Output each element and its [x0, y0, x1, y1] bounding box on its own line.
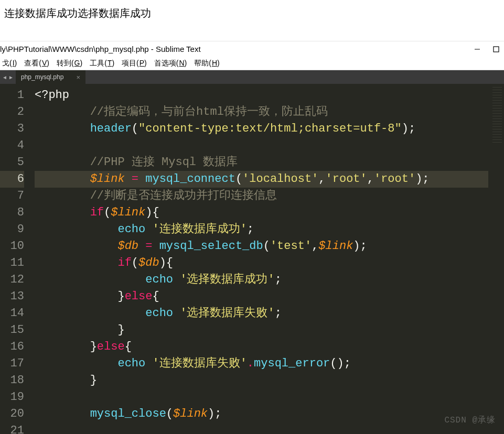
line-number: 15	[0, 322, 24, 339]
code-line: }	[35, 372, 488, 389]
line-number: 17	[0, 355, 24, 372]
code-line: if($db){	[35, 255, 488, 272]
tab-php-mysql[interactable]: php_mysql.php ×	[16, 70, 85, 84]
window-title: ly\PHPTutorial\WWW\csdn\php_mysql.php - …	[0, 45, 201, 53]
code-area[interactable]: <?php //指定编码，与前台html保持一致，防止乱码 header("co…	[31, 84, 488, 434]
line-number: 4	[0, 137, 24, 154]
line-number: 9	[0, 221, 24, 238]
maximize-icon[interactable]	[492, 46, 500, 53]
php-output-text: 连接数据库成功选择数据库成功	[4, 7, 151, 19]
line-number: 21	[0, 422, 24, 434]
menu-item-project[interactable]: 项目(P)	[122, 59, 147, 68]
tab-strip: ◄► php_mysql.php ×	[0, 70, 504, 84]
line-number: 7	[0, 188, 24, 204]
code-line: echo '选择数据库失败';	[35, 305, 488, 322]
code-line: echo '选择数据库成功';	[35, 272, 488, 288]
window-controls	[474, 46, 500, 53]
window-titlebar: ly\PHPTutorial\WWW\csdn\php_mysql.php - …	[0, 41, 504, 57]
menu-item-0[interactable]: 戈(I)	[2, 59, 17, 68]
tab-nav-arrows[interactable]: ◄►	[0, 70, 16, 84]
code-editor[interactable]: 123456789101112131415161718192021 <?php …	[0, 84, 504, 434]
code-line: //判断是否连接成功并打印连接信息	[35, 188, 488, 204]
browser-output: 连接数据库成功选择数据库成功	[0, 0, 504, 41]
line-number: 14	[0, 305, 24, 322]
menu-item-tools[interactable]: 工具(T)	[90, 59, 114, 68]
line-number: 19	[0, 389, 24, 406]
line-number: 3	[0, 121, 24, 137]
line-number: 6	[0, 171, 24, 188]
line-number: 10	[0, 238, 24, 255]
menu-bar: 戈(I) 查看(V) 转到(G) 工具(T) 项目(P) 首选项(N) 帮助(H…	[0, 57, 504, 70]
code-line: if($link){	[35, 204, 488, 221]
line-number: 13	[0, 288, 24, 305]
code-line-active: $link = mysql_connect('localhost','root'…	[35, 171, 488, 188]
code-line: <?php	[35, 87, 488, 104]
menu-item-help[interactable]: 帮助(H)	[194, 59, 219, 68]
tab-label: php_mysql.php	[21, 73, 63, 81]
line-number: 1	[0, 87, 24, 104]
close-icon[interactable]: ×	[76, 73, 80, 81]
code-line: //PHP 连接 Mysql 数据库	[35, 154, 488, 171]
line-number-gutter: 123456789101112131415161718192021	[0, 84, 31, 434]
line-number: 5	[0, 154, 24, 171]
minimize-icon[interactable]	[474, 46, 481, 53]
code-line: echo '连接数据库失败'.mysql_error();	[35, 355, 488, 372]
code-line: //指定编码，与前台html保持一致，防止乱码	[35, 104, 488, 121]
code-line: }else{	[35, 288, 488, 305]
svg-rect-1	[494, 47, 499, 52]
code-line: mysql_close($link);	[35, 406, 488, 422]
line-number: 2	[0, 104, 24, 121]
line-number: 8	[0, 204, 24, 221]
code-line	[35, 389, 488, 406]
code-line: $db = mysql_select_db('test',$link);	[35, 238, 488, 255]
code-line: echo '连接数据库成功';	[35, 221, 488, 238]
code-line: header("content-type:text/html;charset=u…	[35, 121, 488, 137]
line-number: 20	[0, 406, 24, 422]
line-number: 18	[0, 372, 24, 389]
code-line: }else{	[35, 339, 488, 355]
minimap[interactable]	[488, 84, 504, 434]
line-number: 16	[0, 339, 24, 355]
menu-item-goto[interactable]: 转到(G)	[57, 59, 82, 68]
line-number: 11	[0, 255, 24, 272]
code-line	[35, 137, 488, 154]
menu-item-view[interactable]: 查看(V)	[24, 59, 49, 68]
line-number: 12	[0, 272, 24, 288]
code-line: }	[35, 322, 488, 339]
menu-item-preferences[interactable]: 首选项(N)	[154, 59, 187, 68]
